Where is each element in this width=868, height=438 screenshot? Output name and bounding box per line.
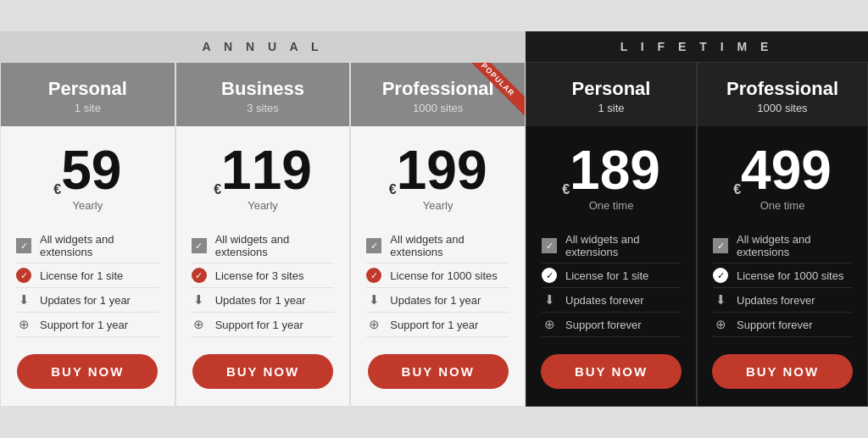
lifetime-personal-name: Personal: [535, 78, 687, 100]
download-icon: ⬇: [16, 292, 31, 308]
lifetime-personal-buy-button[interactable]: BUY NOW: [541, 354, 682, 389]
download-icon: ⬇: [366, 292, 381, 308]
feature-license: License for 1000 sites: [713, 263, 852, 288]
lifetime-professional-features: All widgets and extensions License for 1…: [698, 220, 867, 354]
lifetime-personal-sites: 1 site: [535, 102, 687, 114]
lifetime-personal-period: One time: [562, 199, 660, 212]
annual-business-buy-button[interactable]: BUY NOW: [192, 354, 333, 389]
check-box-icon: [16, 238, 31, 253]
lifetime-professional-period: One time: [733, 199, 832, 212]
feature-updates: ⬇ Updates forever: [713, 288, 852, 313]
check-circle-dark-icon: [542, 268, 557, 283]
feature-widgets: All widgets and extensions: [366, 229, 509, 263]
feature-license: License for 1 site: [16, 263, 159, 288]
check-circle-icon: [16, 268, 31, 283]
lifetime-personal-features: All widgets and extensions License for 1…: [526, 220, 696, 354]
globe-icon: ⊕: [542, 317, 557, 332]
annual-personal-name: Personal: [9, 78, 166, 100]
feature-support: ⊕ Support forever: [542, 313, 681, 337]
globe-icon: ⊕: [16, 317, 31, 332]
lifetime-personal-header: Personal 1 site: [526, 63, 696, 126]
globe-icon: ⊕: [192, 317, 207, 332]
annual-professional-currency: €: [389, 182, 397, 197]
annual-business-period: Yearly: [214, 199, 312, 212]
feature-updates: ⬇ Updates for 1 year: [192, 288, 335, 313]
feature-support: ⊕ Support for 1 year: [16, 313, 159, 337]
lifetime-section: L I F E T I M E Personal 1 site € 189 On…: [526, 31, 868, 407]
annual-professional-amount: 199: [397, 143, 487, 197]
lifetime-professional-buy-button[interactable]: BUY NOW: [712, 354, 853, 389]
download-icon: ⬇: [713, 292, 728, 308]
annual-professional-price-block: € 199 Yearly: [381, 126, 496, 220]
check-circle-dark-icon: [713, 268, 728, 283]
feature-updates: ⬇ Updates for 1 year: [16, 288, 159, 313]
feature-updates: ⬇ Updates forever: [542, 288, 681, 313]
download-icon: ⬇: [542, 292, 557, 308]
feature-license: License for 3 sites: [192, 263, 335, 288]
globe-icon: ⊕: [366, 317, 381, 332]
annual-professional-buy-button[interactable]: BUY NOW: [368, 354, 509, 389]
feature-widgets: All widgets and extensions: [192, 229, 335, 263]
annual-business-features: All widgets and extensions License for 3…: [176, 220, 350, 354]
lifetime-personal-amount: 189: [570, 143, 660, 197]
check-circle-icon: [366, 268, 381, 283]
globe-icon: ⊕: [713, 317, 728, 332]
check-box-icon: [366, 238, 381, 253]
feature-license: License for 1 site: [542, 263, 681, 288]
check-circle-icon: [192, 268, 207, 283]
lifetime-professional-currency: €: [733, 182, 741, 197]
check-box-icon: [542, 238, 557, 253]
annual-section: A N N U A L Personal 1 site € 59 Yearly: [0, 31, 526, 407]
annual-business-price-block: € 119 Yearly: [205, 126, 320, 220]
lifetime-plans-row: Personal 1 site € 189 One time All widge…: [526, 62, 868, 407]
annual-plans-row: Personal 1 site € 59 Yearly All widgets …: [0, 62, 526, 407]
feature-support: ⊕ Support for 1 year: [366, 313, 509, 337]
annual-personal-sites: 1 site: [9, 102, 166, 114]
annual-personal-price-block: € 59 Yearly: [45, 126, 130, 220]
check-box-icon: [192, 238, 207, 253]
annual-personal-amount: 59: [61, 143, 121, 197]
lifetime-professional-header: Professional 1000 sites: [698, 63, 867, 126]
lifetime-professional-price-block: € 499 One time: [725, 126, 840, 220]
feature-widgets: All widgets and extensions: [713, 229, 852, 263]
lifetime-professional-amount: 499: [741, 143, 832, 197]
lifetime-personal-currency: €: [562, 182, 570, 197]
annual-business-name: Business: [185, 78, 342, 100]
annual-personal-currency: €: [53, 182, 61, 197]
download-icon: ⬇: [192, 292, 207, 308]
feature-widgets: All widgets and extensions: [16, 229, 159, 263]
feature-support: ⊕ Support for 1 year: [192, 313, 335, 337]
annual-professional-features: All widgets and extensions License for 1…: [351, 220, 525, 354]
lifetime-personal-card: Personal 1 site € 189 One time All widge…: [526, 62, 697, 407]
annual-personal-card: Personal 1 site € 59 Yearly All widgets …: [0, 62, 175, 407]
lifetime-professional-name: Professional: [706, 78, 859, 100]
check-box-icon: [713, 238, 728, 253]
lifetime-header: L I F E T I M E: [526, 31, 868, 62]
annual-business-currency: €: [214, 182, 221, 197]
annual-personal-period: Yearly: [53, 199, 121, 212]
pricing-table: A N N U A L Personal 1 site € 59 Yearly: [0, 31, 868, 407]
lifetime-personal-price-block: € 189 One time: [554, 126, 669, 220]
lifetime-professional-sites: 1000 sites: [706, 102, 859, 114]
annual-professional-period: Yearly: [389, 199, 487, 212]
lifetime-professional-card: Professional 1000 sites € 499 One time A…: [697, 62, 868, 407]
feature-support: ⊕ Support forever: [713, 313, 852, 337]
feature-license: License for 1000 sites: [366, 263, 509, 288]
annual-header: A N N U A L: [0, 31, 526, 62]
annual-business-header: Business 3 sites: [176, 63, 350, 126]
annual-business-sites: 3 sites: [185, 102, 342, 114]
annual-personal-header: Personal 1 site: [1, 63, 175, 126]
feature-widgets: All widgets and extensions: [542, 229, 681, 263]
annual-personal-features: All widgets and extensions License for 1…: [1, 220, 175, 354]
feature-updates: ⬇ Updates for 1 year: [366, 288, 509, 313]
annual-business-card: Business 3 sites € 119 Yearly All widget…: [175, 62, 351, 407]
annual-professional-card: POPULAR Professional 1000 sites € 199 Ye…: [350, 62, 526, 407]
annual-professional-sites: 1000 sites: [359, 102, 516, 114]
annual-personal-buy-button[interactable]: BUY NOW: [17, 354, 158, 389]
annual-business-amount: 119: [221, 143, 312, 197]
